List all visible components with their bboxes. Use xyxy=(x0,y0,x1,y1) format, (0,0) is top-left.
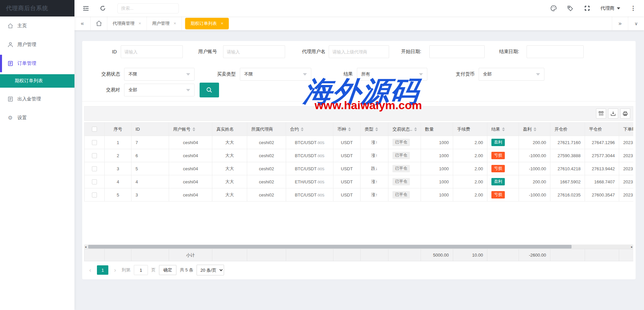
summary-cell-account: 小计 xyxy=(169,249,212,261)
page-size-select[interactable]: 20 条/页 xyxy=(197,265,224,275)
print-icon[interactable] xyxy=(620,108,630,119)
sort-icon[interactable] xyxy=(348,127,351,131)
cell-agent: ceshi02 xyxy=(247,175,286,188)
column-header-status[interactable]: 交易状态.. xyxy=(388,123,421,136)
current-page-button[interactable]: 1 xyxy=(97,265,108,275)
column-header-contract[interactable]: 合约 xyxy=(286,123,333,136)
tabs-dropdown-icon[interactable]: ∨ xyxy=(628,16,644,30)
fullscreen-icon[interactable] xyxy=(584,5,590,12)
tabs-forward-icon[interactable]: » xyxy=(612,16,628,30)
magnifier-icon xyxy=(206,87,212,93)
menu-fold-icon[interactable] xyxy=(83,5,89,12)
tag-icon[interactable] xyxy=(567,5,574,12)
row-checkbox[interactable] xyxy=(92,153,97,158)
sort-icon[interactable] xyxy=(193,127,195,131)
column-header-name: 真实姓名 xyxy=(212,123,247,136)
scroll-left-arrow-icon[interactable]: ◂ xyxy=(85,245,87,249)
row-checkbox[interactable] xyxy=(92,192,97,197)
cell-id: 5 xyxy=(131,162,169,175)
sidebar-item-users[interactable]: 用户管理 xyxy=(0,35,74,54)
sidebar-item-funds[interactable]: 出入金管理 xyxy=(0,90,74,108)
filter-end-date-input[interactable] xyxy=(527,45,584,58)
tabs-back-icon[interactable]: « xyxy=(74,16,91,30)
chevron-down-icon xyxy=(617,7,620,9)
tabs-right-controls: » ∨ xyxy=(612,16,644,30)
sort-icon[interactable] xyxy=(534,127,536,131)
cell-qty: 1000 xyxy=(421,162,453,175)
sort-icon[interactable] xyxy=(414,127,417,131)
filter-pair-select[interactable]: 全部 xyxy=(124,84,195,96)
summary-cell-name xyxy=(212,249,247,261)
cell-fee: 2.00 xyxy=(453,175,487,188)
cell-status: 已平仓 xyxy=(388,136,421,149)
selected-value: 全部 xyxy=(483,71,492,77)
filter-trade-type-select[interactable]: 不限 xyxy=(240,68,311,81)
sort-icon[interactable] xyxy=(375,127,378,131)
cell-name: 大大 xyxy=(212,175,247,188)
page-unit-label: 页 xyxy=(151,267,156,273)
cell-close: 27613.9442 xyxy=(585,162,619,175)
filter-agent-user-input[interactable] xyxy=(329,45,389,58)
global-search-input[interactable] xyxy=(121,6,175,11)
scrollbar-thumb[interactable] xyxy=(88,245,572,249)
sidebar-item-orders[interactable]: 订单管理 xyxy=(0,54,74,73)
column-header-result[interactable]: 结果 xyxy=(487,123,519,136)
goto-page-input[interactable] xyxy=(134,265,148,275)
select-all-checkbox[interactable] xyxy=(92,127,97,132)
horizontal-scrollbar[interactable]: ◂ ▸ xyxy=(84,245,633,249)
user-menu[interactable]: 代理商 xyxy=(600,5,620,11)
cell-time: 2023 xyxy=(619,188,634,202)
select-caret-icon xyxy=(303,73,307,76)
theme-palette-icon[interactable] xyxy=(550,5,557,12)
filter-start-date-input[interactable] xyxy=(429,45,485,58)
close-icon[interactable]: × xyxy=(221,21,223,26)
confirm-page-button[interactable]: 确定 xyxy=(159,265,176,275)
cell-result: 亏损 xyxy=(487,162,519,175)
search-button[interactable] xyxy=(200,83,219,97)
refresh-icon[interactable] xyxy=(99,5,106,12)
tab-agent-management[interactable]: 代理商管理 × xyxy=(107,16,147,30)
column-header-account[interactable]: 用户账号 xyxy=(169,123,212,136)
more-menu-icon[interactable]: ⋮ xyxy=(630,5,636,11)
filter-result-select[interactable]: 所有 xyxy=(357,68,427,81)
next-page-icon[interactable]: › xyxy=(112,267,118,274)
sort-icon[interactable] xyxy=(502,127,505,131)
cell-fee: 2.00 xyxy=(453,162,487,175)
export-icon[interactable] xyxy=(608,108,618,119)
selected-value: 全部 xyxy=(128,87,137,93)
cell-coin: USDT xyxy=(333,162,361,175)
sidebar-item-option-orders[interactable]: 期权订单列表 xyxy=(0,74,74,88)
tab-user-management[interactable]: 用户管理 × xyxy=(147,16,182,30)
row-checkbox[interactable] xyxy=(92,166,97,171)
summary-cell-qty: 5000.00 xyxy=(421,249,453,261)
sidebar-item-settings[interactable]: ⚙ 设置 xyxy=(0,108,74,127)
filter-id-input[interactable] xyxy=(121,45,183,58)
column-header-coin[interactable]: 币种 xyxy=(333,123,361,136)
cell-profit: 200.00 xyxy=(519,136,550,149)
status-badge: 已平仓 xyxy=(392,152,410,159)
row-checkbox[interactable] xyxy=(92,140,97,145)
columns-toggle-icon[interactable] xyxy=(596,108,606,119)
column-header-type[interactable]: 类型 xyxy=(361,123,388,136)
filter-trade-status-select[interactable]: 不限 xyxy=(124,68,195,81)
tab-option-orders[interactable]: 期权订单列表 × xyxy=(185,18,229,29)
tab-home-icon[interactable] xyxy=(91,16,107,30)
close-icon[interactable]: × xyxy=(174,21,176,26)
cell-result: 盈利 xyxy=(487,136,519,149)
prev-page-icon[interactable]: ‹ xyxy=(87,267,94,274)
summary-cell-status xyxy=(388,249,421,261)
cell-agent: ceshi02 xyxy=(247,149,286,162)
cell-qty: 1000 xyxy=(421,136,453,149)
table-row: 44ceshi04大大ceshi02ETH/USDT-90SUSDT涨↑已平仓1… xyxy=(85,175,634,188)
cell-fee: 2.00 xyxy=(453,188,487,202)
scroll-right-arrow-icon[interactable]: ▸ xyxy=(631,245,633,249)
sidebar-item-home[interactable]: 主页 xyxy=(0,16,74,35)
filter-pay-coin-select[interactable]: 全部 xyxy=(479,68,544,81)
column-header-profit[interactable]: 盈利 xyxy=(519,123,550,136)
sort-icon[interactable] xyxy=(301,127,304,131)
row-checkbox[interactable] xyxy=(92,179,97,184)
cell-coin: USDT xyxy=(333,175,361,188)
filter-end-date-label: 结束日期: xyxy=(485,49,519,55)
close-icon[interactable]: × xyxy=(139,21,141,26)
filter-account-input[interactable] xyxy=(223,45,285,58)
